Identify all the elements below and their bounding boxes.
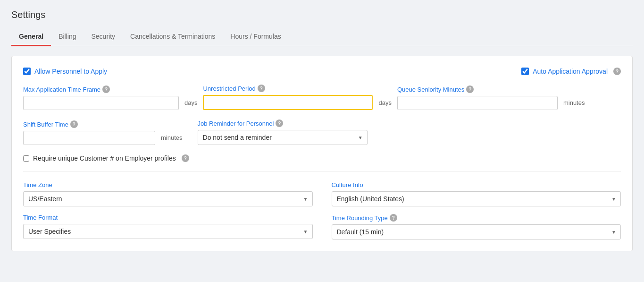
auto-approval-label: Auto Application Approval (533, 68, 608, 75)
timezone-culture-grid: Time Zone US/Eastern US/Central US/Mount… (23, 181, 621, 206)
time-format-label: Time Format (23, 214, 313, 221)
require-unique-help-icon[interactable]: ? (182, 154, 189, 162)
auto-approval-checkbox[interactable] (521, 68, 529, 75)
auto-approval-checkbox-label[interactable]: Auto Application Approval ? (521, 68, 621, 75)
require-unique-checkbox[interactable] (23, 155, 29, 162)
max-app-time-label: Max Application Time Frame ? (23, 85, 179, 93)
unrestricted-period-group: Unrestricted Period ? 7 (203, 85, 373, 110)
shift-buffer-label: Shift Buffer Time ? (23, 120, 155, 128)
require-unique-label: Require unique Customer # on Employer pr… (33, 154, 176, 162)
unrestricted-period-help-icon[interactable]: ? (258, 85, 265, 92)
section-divider (23, 171, 621, 172)
timeformat-rounding-grid: Time Format User Specifies 12 Hour 24 Ho… (23, 214, 621, 239)
culture-info-select[interactable]: English (United States) Spanish French G… (332, 191, 621, 206)
tab-bar: General Billing Security Cancellations &… (11, 28, 633, 46)
shift-buffer-unit: minutes (161, 134, 183, 145)
max-app-time-unit: days (184, 99, 197, 110)
time-format-select[interactable]: User Specifies 12 Hour 24 Hour (23, 224, 313, 239)
unrestricted-period-unit: days (378, 99, 391, 110)
time-rounding-label: Time Rounding Type ? (332, 214, 621, 222)
unrestricted-period-input[interactable]: 7 (203, 95, 373, 110)
shift-buffer-help-icon[interactable]: ? (70, 120, 78, 128)
time-rounding-group: Time Rounding Type ? Default (15 min) 5 … (332, 214, 621, 239)
shift-buffer-input[interactable]: 30 (23, 131, 155, 145)
max-app-time-help-icon[interactable]: ? (102, 85, 110, 93)
tab-security[interactable]: Security (84, 28, 123, 46)
culture-info-label: Culture Info (332, 181, 621, 188)
page-title: Settings (11, 9, 633, 20)
timezone-select[interactable]: US/Eastern US/Central US/Mountain US/Pac… (23, 191, 313, 206)
tab-general[interactable]: General (11, 28, 51, 46)
shift-buffer-group: Shift Buffer Time ? 30 (23, 120, 155, 145)
queue-seniority-unit: minutes (563, 99, 585, 110)
queue-seniority-label: Queue Seniority Minutes ? (397, 85, 558, 93)
fields-row-1: Max Application Time Frame ? 90 days Unr… (23, 85, 621, 110)
require-unique-row: Require unique Customer # on Employer pr… (23, 154, 621, 162)
allow-personnel-label: Allow Personnel to Apply (34, 68, 107, 75)
culture-info-select-wrapper: English (United States) Spanish French G… (332, 191, 621, 206)
job-reminder-label: Job Reminder for Personnel ? (198, 120, 368, 127)
time-rounding-select[interactable]: Default (15 min) 5 min 10 min 30 min 60 … (332, 224, 621, 239)
fields-row-2: Shift Buffer Time ? 30 minutes Job Remin… (23, 120, 621, 145)
timezone-label: Time Zone (23, 181, 313, 188)
culture-info-group: Culture Info English (United States) Spa… (332, 181, 621, 206)
unrestricted-period-label: Unrestricted Period ? (203, 85, 373, 92)
allow-personnel-checkbox-label[interactable]: Allow Personnel to Apply (23, 68, 107, 75)
time-rounding-select-wrapper: Default (15 min) 5 min 10 min 30 min 60 … (332, 224, 621, 239)
tab-billing[interactable]: Billing (51, 28, 84, 46)
settings-card: Allow Personnel to Apply Auto Applicatio… (11, 56, 633, 251)
tab-hours[interactable]: Hours / Formulas (223, 28, 288, 46)
timezone-group: Time Zone US/Eastern US/Central US/Mount… (23, 181, 313, 206)
time-format-select-wrapper: User Specifies 12 Hour 24 Hour (23, 224, 313, 239)
max-app-time-input[interactable]: 90 (23, 96, 179, 110)
job-reminder-select[interactable]: Do not send a reminder 1 hour before 2 h… (198, 130, 368, 145)
job-reminder-group: Job Reminder for Personnel ? Do not send… (198, 120, 368, 145)
job-reminder-select-wrapper: Do not send a reminder 1 hour before 2 h… (198, 130, 368, 145)
auto-approval-help-icon[interactable]: ? (613, 68, 621, 75)
require-unique-checkbox-label[interactable]: Require unique Customer # on Employer pr… (23, 154, 189, 162)
time-format-group: Time Format User Specifies 12 Hour 24 Ho… (23, 214, 313, 239)
tab-cancellations[interactable]: Cancellations & Terminations (123, 28, 223, 46)
time-rounding-help-icon[interactable]: ? (390, 214, 397, 222)
checkbox-row-1: Allow Personnel to Apply Auto Applicatio… (23, 68, 621, 75)
allow-personnel-checkbox[interactable] (23, 68, 31, 75)
queue-seniority-group: Queue Seniority Minutes ? 0 (397, 85, 558, 110)
timezone-select-wrapper: US/Eastern US/Central US/Mountain US/Pac… (23, 191, 313, 206)
queue-seniority-input[interactable]: 0 (397, 96, 558, 110)
max-app-time-group: Max Application Time Frame ? 90 (23, 85, 179, 110)
job-reminder-help-icon[interactable]: ? (276, 120, 283, 127)
queue-seniority-help-icon[interactable]: ? (466, 85, 474, 93)
